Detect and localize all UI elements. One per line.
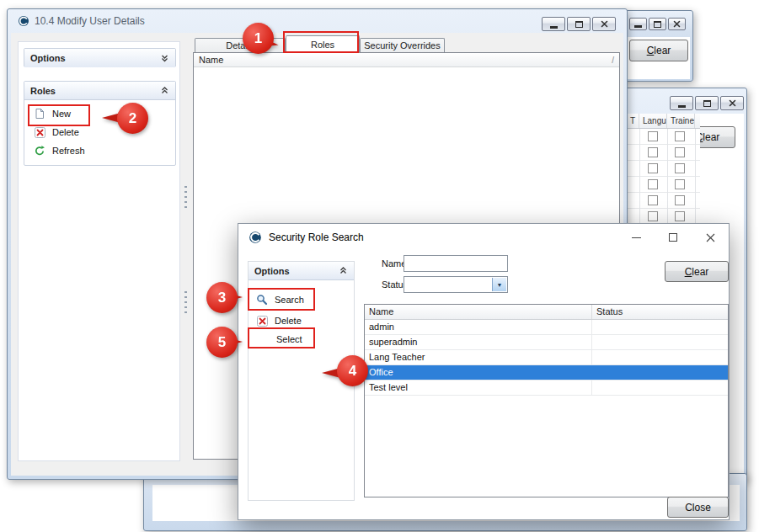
minimize-button[interactable]	[670, 96, 693, 110]
sort-indicator-icon[interactable]: /	[612, 56, 614, 65]
checkbox[interactable]	[675, 179, 685, 189]
cell-status	[592, 320, 728, 334]
highlight-box-roles-tab	[283, 31, 359, 53]
highlight-box-new-button	[28, 104, 90, 126]
options-group-label: Options	[30, 53, 66, 63]
highlight-box-select-button	[248, 327, 315, 348]
minimize-icon	[634, 25, 642, 28]
maximize-icon	[575, 21, 583, 28]
close-button[interactable]	[668, 18, 686, 30]
clear-button-label: Clear	[647, 45, 671, 56]
window-controls	[540, 17, 616, 31]
highlight-box-search-button	[248, 288, 315, 311]
minimize-button[interactable]	[617, 224, 655, 251]
cell-status	[592, 365, 728, 380]
maximize-button[interactable]	[567, 17, 591, 31]
roles-group-header[interactable]: Roles	[24, 82, 175, 100]
title-bar: 10.4 Modify User Details	[8, 9, 627, 33]
callout-4-balloon: 4	[337, 355, 368, 386]
clear-button[interactable]: Clear	[665, 261, 729, 282]
security-role-search-dialog: Security Role Search Options Sea	[238, 223, 730, 520]
tab-security-overrides[interactable]: Security Overrides	[360, 38, 445, 52]
checkbox[interactable]	[648, 131, 658, 141]
window-title: 10.4 Modify User Details	[35, 15, 145, 27]
close-icon	[706, 233, 715, 242]
checkbox[interactable]	[648, 195, 658, 205]
options-group-header[interactable]: Options	[24, 49, 175, 67]
chevron-double-down-icon	[160, 54, 169, 63]
cell-status	[592, 380, 728, 395]
grid-line	[695, 129, 696, 225]
close-button[interactable]	[692, 224, 729, 251]
delete-button-label: Delete	[275, 316, 302, 326]
checkbox[interactable]	[675, 211, 685, 221]
checkbox[interactable]	[675, 163, 685, 173]
table-row-admin[interactable]: admin	[365, 320, 728, 335]
refresh-button[interactable]: Refresh	[24, 141, 175, 160]
close-button[interactable]	[592, 17, 616, 31]
close-dialog-button[interactable]: Close	[667, 497, 729, 518]
clear-button-label: Clear	[685, 266, 709, 278]
maximize-button[interactable]	[649, 18, 666, 30]
checkbox[interactable]	[648, 163, 658, 173]
window-controls	[628, 18, 686, 30]
callout-number: 1	[243, 23, 274, 54]
grid-column-header[interactable]: Traine	[667, 114, 695, 128]
callout-2-balloon: 2	[117, 103, 148, 134]
close-icon	[601, 20, 608, 28]
checkbox[interactable]	[675, 131, 685, 141]
status-dropdown[interactable]: ▼	[404, 276, 508, 293]
close-icon	[673, 20, 681, 28]
app-icon	[18, 15, 29, 27]
options-group-header[interactable]: Options	[249, 262, 354, 280]
options-group-label: Options	[254, 266, 290, 276]
column-header-name[interactable]: Name	[365, 305, 592, 319]
dialog-title: Security Role Search	[269, 231, 364, 243]
chevron-down-icon: ▼	[492, 278, 506, 291]
roles-group-label: Roles	[30, 86, 56, 96]
app-icon	[249, 231, 262, 244]
minimize-icon	[550, 26, 558, 29]
callout-5-balloon: 5	[206, 327, 238, 358]
column-header-name[interactable]: Name	[199, 55, 223, 65]
minimize-button[interactable]	[629, 18, 647, 30]
checkbox[interactable]	[648, 147, 658, 157]
callout-number: 3	[206, 282, 238, 313]
splitter-handle[interactable]	[184, 291, 187, 313]
table-row-office-selected[interactable]: Office	[365, 365, 728, 380]
callout-number: 4	[337, 355, 368, 386]
clear-button[interactable]: Clear	[629, 40, 688, 61]
options-group: Options	[24, 48, 176, 67]
maximize-button[interactable]	[655, 224, 692, 251]
window-controls	[617, 224, 729, 251]
close-button-label: Close	[685, 502, 711, 513]
cell-name: Office	[365, 365, 592, 380]
grid-line	[639, 129, 640, 225]
cell-name: admin	[365, 320, 592, 334]
minimize-button[interactable]	[542, 17, 565, 31]
table-row-superadmin[interactable]: superadmin	[365, 335, 728, 350]
callout-3-balloon: 3	[206, 282, 238, 313]
close-icon	[729, 99, 736, 107]
cell-name: Test level	[365, 380, 592, 395]
grid-line	[667, 129, 668, 225]
tab-security-overrides-label: Security Overrides	[364, 40, 440, 51]
checkbox[interactable]	[675, 147, 685, 157]
splitter-handle[interactable]	[184, 186, 187, 208]
name-label: Name	[382, 258, 406, 269]
refresh-icon	[34, 145, 45, 157]
name-input[interactable]	[404, 255, 508, 272]
callout-1-balloon: 1	[243, 23, 274, 54]
checkbox[interactable]	[648, 179, 658, 189]
table-row-test-level[interactable]: Test level	[365, 380, 728, 396]
table-row-lang-teacher[interactable]: Lang Teacher	[365, 350, 728, 365]
cell-name: Lang Teacher	[365, 350, 592, 364]
cell-status	[592, 350, 728, 364]
checkbox[interactable]	[675, 195, 685, 205]
checkbox[interactable]	[648, 211, 658, 221]
grid-column-header[interactable]: Langu	[639, 114, 667, 128]
maximize-button[interactable]	[695, 96, 719, 110]
minimize-icon	[678, 105, 686, 108]
column-header-status[interactable]: Status	[592, 305, 728, 319]
close-button[interactable]	[720, 96, 744, 110]
